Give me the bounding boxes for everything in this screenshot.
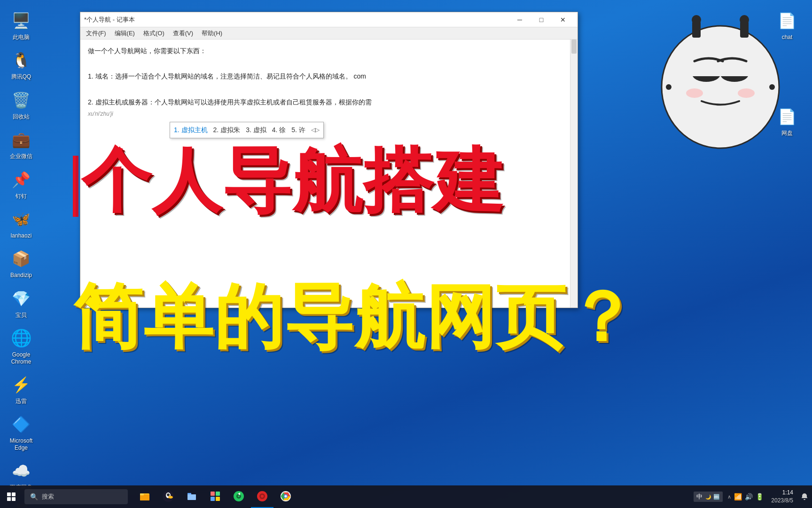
svg-point-38 <box>261 495 264 498</box>
svg-rect-15 <box>7 492 11 496</box>
search-icon: 🔍 <box>30 493 38 500</box>
svg-point-26 <box>169 496 172 498</box>
notepad-line-1: 1. 域名：选择一个适合个人导航网站的域名，注意选择简洁、易记且符合个人风格的域… <box>88 71 570 82</box>
menu-view[interactable]: 查看(V) <box>169 28 197 39</box>
clock-time: 1:14 <box>771 489 793 497</box>
notification-button[interactable] <box>797 485 812 508</box>
svg-point-3 <box>692 15 701 24</box>
ime-nav-arrows[interactable]: ◁▷ <box>311 125 320 135</box>
svg-point-24 <box>167 493 170 496</box>
svg-rect-29 <box>211 492 215 496</box>
notepad-title: *个人导航 - 记事本 <box>84 16 509 24</box>
desktop-icons-left: 🖥️ 此电脑 🐧 腾讯QQ 🗑️ 回收站 💼 企业微信 📌 钉钉 🦋 lanha… <box>0 5 42 508</box>
desktop-icon-baobei[interactable]: 💎 宝贝 <box>4 287 39 318</box>
notepad-line-blank-1 <box>88 58 570 70</box>
svg-rect-20 <box>140 495 149 500</box>
svg-rect-31 <box>211 497 215 501</box>
svg-rect-10 <box>720 67 749 76</box>
clock-date: 2023/8/5 <box>771 497 793 505</box>
svg-point-11 <box>686 88 703 98</box>
desktop-icon-enterprise-wechat[interactable]: 💼 企业微信 <box>4 128 39 159</box>
taskbar-app-explorer[interactable] <box>133 485 156 508</box>
svg-rect-18 <box>12 497 16 501</box>
ime-candidate-3[interactable]: 3. 虚拟 <box>246 124 266 136</box>
taskbar-pinned-apps <box>130 485 690 508</box>
menu-edit[interactable]: 编辑(E) <box>111 28 139 39</box>
scrollbar-thumb[interactable] <box>571 40 577 54</box>
taskbar-app-file-manager[interactable] <box>180 485 203 508</box>
svg-rect-17 <box>7 497 11 501</box>
start-button[interactable] <box>0 485 23 508</box>
notepad-titlebar: *个人导航 - 记事本 ─ □ ✕ <box>80 12 578 27</box>
svg-point-42 <box>285 495 287 498</box>
svg-point-14 <box>769 84 775 90</box>
overlay-title-yellow: 简单的导航网页？ <box>73 282 637 352</box>
taskbar-app-store[interactable] <box>204 485 226 508</box>
desktop-icon-computer[interactable]: 🖥️ 此电脑 <box>4 9 39 40</box>
tray-network-icon[interactable]: 📶 <box>734 493 742 500</box>
svg-point-13 <box>666 84 671 90</box>
svg-rect-21 <box>140 493 144 495</box>
desktop-icon-dingding[interactable]: 📌 钉钉 <box>4 168 39 199</box>
taskbar-system-tray: 中 🌙 🔤 ∧ 📶 🔊 🔋 <box>690 492 767 502</box>
notepad-line-2: 2. 虚拟主机或服务器：个人导航网站可以选择使用共享虚拟主机或者自己租赁服务器，… <box>88 96 570 108</box>
ime-indicator[interactable]: 中 🌙 🔤 <box>694 492 723 502</box>
mascot-character <box>655 14 786 165</box>
svg-rect-28 <box>187 494 196 500</box>
desktop-icon-qq[interactable]: 🐧 腾讯QQ <box>4 49 39 80</box>
window-controls: ─ □ ✕ <box>509 12 574 27</box>
svg-rect-9 <box>692 67 720 76</box>
notepad-pinyin: xu'ni'zhu'ji <box>88 109 570 119</box>
close-button[interactable]: ✕ <box>552 12 574 27</box>
menu-help[interactable]: 帮助(H) <box>198 28 226 39</box>
ime-candidate-5[interactable]: 5. 许 <box>291 124 305 136</box>
ime-candidate-4[interactable]: 4. 徐 <box>272 124 286 136</box>
taskbar-app-toucan[interactable] <box>157 485 180 508</box>
taskbar-app-record[interactable] <box>251 485 273 508</box>
svg-point-0 <box>662 26 779 148</box>
tray-chevron[interactable]: ∧ <box>727 494 731 500</box>
ime-candidate-box[interactable]: 1. 虚拟主机 2. 虚拟朱 3. 虚拟 4. 徐 5. 许 ◁▷ <box>170 122 324 138</box>
tray-volume-icon[interactable]: 🔊 <box>745 493 753 500</box>
taskbar-app-music[interactable] <box>227 485 250 508</box>
desktop-icon-google-chrome[interactable]: 🌐 Google Chrome <box>4 327 39 365</box>
taskbar-clock[interactable]: 1:14 2023/8/5 <box>767 489 797 505</box>
menu-file[interactable]: 文件(F) <box>82 28 110 39</box>
notepad-line-0: 做一个个人导航网站，你需要以下东西： <box>88 45 570 57</box>
overlay-title-red: 个人导航搭建 <box>73 146 504 217</box>
tray-battery-icon[interactable]: 🔋 <box>756 493 764 500</box>
ime-candidate-1[interactable]: 1. 虚拟主机 <box>174 124 208 136</box>
search-placeholder: 搜索 <box>42 492 54 501</box>
taskbar-search[interactable]: 🔍 搜索 <box>24 489 128 504</box>
desktop-icon-recycle[interactable]: 🗑️ 回收站 <box>4 89 39 120</box>
desktop-icon-lanhaozi[interactable]: 🦋 lanhaozi <box>4 208 39 239</box>
ime-candidate-2[interactable]: 2. 虚拟朱 <box>213 124 241 136</box>
minimize-button[interactable]: ─ <box>509 12 531 27</box>
desktop-icon-ms-edge[interactable]: 🔷 Microsoft Edge <box>4 413 39 451</box>
taskbar-app-chrome[interactable] <box>274 485 297 508</box>
menu-format[interactable]: 格式(O) <box>140 28 168 39</box>
svg-point-35 <box>238 495 240 497</box>
desktop-icon-bandizip[interactable]: 📦 Bandizip <box>4 247 39 278</box>
maximize-button[interactable]: □ <box>531 12 552 27</box>
taskbar: 🔍 搜索 <box>0 485 812 508</box>
notepad-line-blank-2 <box>88 84 570 95</box>
svg-rect-30 <box>216 492 220 496</box>
svg-point-12 <box>738 88 755 98</box>
svg-point-4 <box>740 15 749 24</box>
notepad-scrollbar[interactable] <box>570 40 578 308</box>
desktop-icon-thunder[interactable]: ⚡ 迅雷 <box>4 373 39 405</box>
svg-rect-32 <box>216 497 220 501</box>
notepad-menubar: 文件(F) 编辑(E) 格式(O) 查看(V) 帮助(H) <box>80 27 578 40</box>
svg-rect-16 <box>12 492 16 496</box>
